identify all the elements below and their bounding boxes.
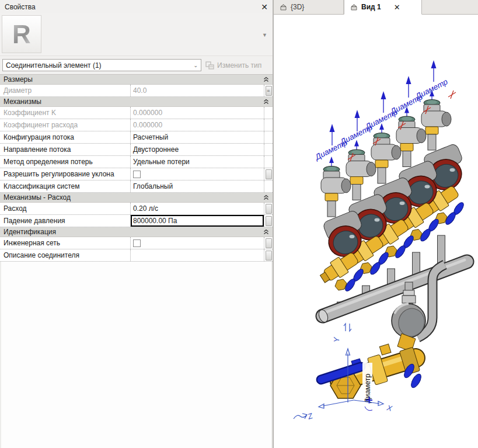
section-header[interactable]: Механизмы - Расход bbox=[0, 193, 273, 203]
edit-type-label: Изменить тип bbox=[217, 61, 261, 70]
associate-parameter-cell bbox=[264, 156, 273, 168]
section-label: Механизмы - Расход bbox=[4, 193, 263, 202]
property-row: Метод определения потерьУдельные потери bbox=[0, 156, 273, 168]
associate-parameter-cell bbox=[264, 168, 273, 180]
property-row: Падение давления800000.00 Па bbox=[0, 215, 273, 227]
type-selector[interactable]: Соединительный элемент (1) ⌄ bbox=[2, 59, 201, 71]
property-label: Коэффициент K bbox=[0, 107, 131, 119]
close-icon[interactable]: ✕ bbox=[261, 3, 268, 11]
pressure-gauge bbox=[392, 304, 427, 352]
property-value[interactable] bbox=[131, 249, 264, 261]
close-tab-icon[interactable]: ✕ bbox=[394, 3, 400, 12]
view-area: {3D}Вид 1✕ bbox=[274, 0, 478, 448]
property-label: Падение давления bbox=[0, 215, 131, 227]
checkbox[interactable] bbox=[133, 171, 141, 178]
associate-parameter-button[interactable] bbox=[266, 204, 272, 214]
section-header[interactable]: Идентификация bbox=[0, 227, 273, 237]
associate-parameter-button[interactable] bbox=[266, 251, 272, 261]
property-value: 0.000000 bbox=[131, 107, 264, 119]
property-row: Коэффициент расхода0.000000 bbox=[0, 119, 273, 131]
property-value[interactable]: Глобальный bbox=[131, 180, 264, 192]
type-selector-value: Соединительный элемент (1) bbox=[6, 61, 193, 70]
collapse-section-icon[interactable] bbox=[263, 195, 269, 200]
property-value: 0.000000 bbox=[131, 119, 264, 131]
property-row: Коэффициент K0.000000 bbox=[0, 107, 273, 119]
property-row: Классификация системГлобальный bbox=[0, 180, 273, 193]
properties-empty-area bbox=[0, 262, 273, 448]
property-value[interactable]: 0.20 л/с bbox=[131, 203, 264, 214]
edit-type-button[interactable]: Изменить тип bbox=[205, 61, 261, 70]
chevron-down-icon[interactable]: ▼ bbox=[262, 32, 267, 38]
associate-parameter-button[interactable] bbox=[266, 169, 272, 179]
properties-grid: РазмерыДиаметр40.0=МеханизмыКоэффициент … bbox=[0, 74, 273, 262]
property-label: Инженерная сеть bbox=[0, 237, 131, 249]
property-label: Описание соединителя bbox=[0, 249, 131, 261]
property-row: Описание соединителя bbox=[0, 249, 273, 262]
associate-parameter-cell bbox=[264, 203, 273, 214]
property-row: Расход0.20 л/с bbox=[0, 203, 273, 215]
property-value[interactable]: Расчетный bbox=[131, 131, 264, 143]
section-label: Идентификация bbox=[4, 228, 263, 236]
panel-title: Свойства bbox=[5, 3, 261, 11]
bottom-diameter-label[interactable]: Диаметр bbox=[362, 363, 372, 411]
diameter-label[interactable]: Диаметр bbox=[413, 77, 449, 102]
associate-parameter-cell bbox=[264, 119, 273, 131]
edit-type-icon bbox=[205, 61, 214, 70]
property-value[interactable] bbox=[131, 168, 264, 180]
3d-view-canvas[interactable]: Диаметр Диаметр Диаметр Диаметр Диаметр … bbox=[274, 15, 478, 448]
associate-parameter-cell bbox=[264, 180, 273, 192]
type-preview-area: R ▼ bbox=[0, 13, 273, 56]
associate-parameter-cell bbox=[264, 144, 273, 155]
view-icon bbox=[350, 4, 358, 11]
tab-label: Вид 1 bbox=[361, 3, 381, 11]
view-tab-bar: {3D}Вид 1✕ bbox=[274, 0, 478, 15]
property-row: Разрешить регулирование уклона bbox=[0, 168, 273, 180]
axis-label-x: X bbox=[385, 403, 393, 413]
property-value[interactable]: Удельные потери bbox=[131, 156, 264, 168]
family-preview-image: R bbox=[2, 15, 41, 53]
property-value[interactable] bbox=[131, 237, 264, 249]
view-tab-вид1[interactable]: Вид 1✕ bbox=[344, 0, 422, 15]
property-value[interactable]: 800000.00 Па bbox=[131, 215, 264, 227]
axis-label-z: Z bbox=[306, 411, 314, 421]
revit-window: Свойства ✕ R ▼ Соединительный элемент (1… bbox=[0, 0, 478, 448]
associate-parameter-cell bbox=[264, 249, 273, 261]
property-row: Конфигурация потокаРасчетный bbox=[0, 131, 273, 144]
property-row: Направление потокаДвустороннее bbox=[0, 144, 273, 156]
view-tab-3d[interactable]: {3D} bbox=[274, 0, 344, 14]
property-row: Инженерная сеть bbox=[0, 237, 273, 249]
diameter-label[interactable]: Диаметр bbox=[364, 374, 372, 403]
associate-parameter-cell: = bbox=[264, 85, 273, 96]
tab-label: {3D} bbox=[291, 3, 304, 11]
collapse-section-icon[interactable] bbox=[263, 77, 269, 82]
associate-parameter-cell bbox=[264, 215, 273, 227]
associate-parameter-button[interactable]: = bbox=[266, 86, 272, 96]
associate-parameter-cell bbox=[264, 237, 273, 249]
collapse-section-icon[interactable] bbox=[263, 229, 269, 235]
associate-parameter-button[interactable] bbox=[266, 216, 272, 226]
type-selector-row: Соединительный элемент (1) ⌄ Изменить ти… bbox=[0, 56, 273, 74]
property-value: 40.0 bbox=[131, 85, 264, 96]
collapse-section-icon[interactable] bbox=[263, 99, 269, 105]
property-value[interactable]: Двустороннее bbox=[131, 144, 264, 155]
property-label: Диаметр bbox=[0, 85, 131, 96]
associate-parameter-cell bbox=[264, 131, 273, 143]
checkbox[interactable] bbox=[133, 239, 141, 247]
property-label: Коэффициент расхода bbox=[0, 119, 131, 131]
property-label: Разрешить регулирование уклона bbox=[0, 168, 131, 180]
property-row: Диаметр40.0= bbox=[0, 85, 273, 97]
property-label: Классификация систем bbox=[0, 180, 131, 192]
property-label: Расход bbox=[0, 203, 131, 214]
property-label: Направление потока bbox=[0, 144, 131, 155]
leader-arc bbox=[365, 407, 372, 411]
axis-label-y: Y bbox=[332, 336, 341, 342]
property-label: Метод определения потерь bbox=[0, 156, 131, 168]
section-label: Механизмы bbox=[4, 98, 263, 106]
pipe-assembly-3d-model: Диаметр Диаметр Диаметр Диаметр Диаметр … bbox=[274, 15, 478, 448]
section-header[interactable]: Механизмы bbox=[0, 97, 273, 107]
section-header[interactable]: Размеры bbox=[0, 75, 273, 85]
section-label: Размеры bbox=[4, 75, 263, 84]
associate-parameter-button[interactable] bbox=[266, 238, 272, 248]
properties-panel: Свойства ✕ R ▼ Соединительный элемент (1… bbox=[0, 0, 274, 448]
chevron-down-icon: ⌄ bbox=[193, 62, 198, 68]
